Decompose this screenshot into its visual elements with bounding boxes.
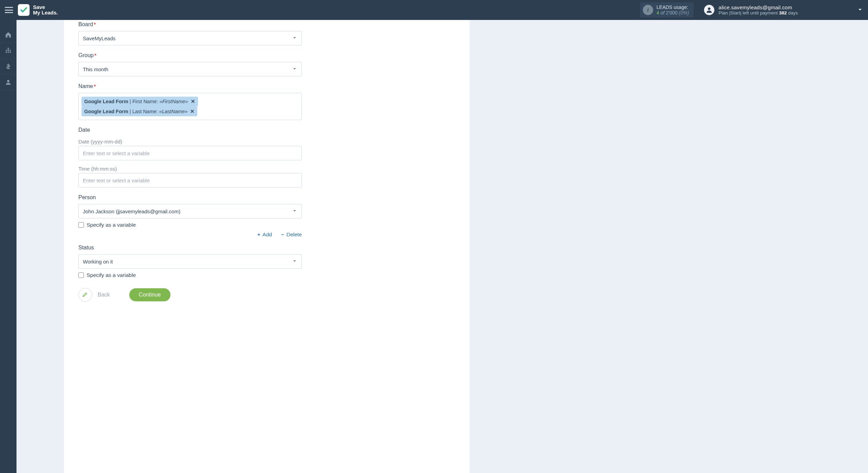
sidebar-item-home[interactable] <box>0 27 17 43</box>
person-specify-label: Specify as a variable <box>87 222 136 228</box>
svg-rect-1 <box>8 47 9 49</box>
add-button[interactable]: Add <box>256 232 272 238</box>
name-token-1[interactable]: Google Lead Form | Last Name: «LastName»… <box>81 107 197 117</box>
svg-rect-2 <box>6 52 7 53</box>
name-label: Name <box>78 83 93 89</box>
continue-button[interactable]: Continue <box>129 288 171 301</box>
board-value: SaveMyLeads <box>83 35 116 41</box>
brand-line2: My Leads. <box>33 10 58 16</box>
required-mark: * <box>94 52 96 58</box>
avatar-icon <box>704 5 714 15</box>
usage-box: i LEADS usage: 4 of 2'000 (0%) <box>640 2 694 18</box>
board-label: Board <box>78 21 93 27</box>
chevron-down-icon <box>292 66 297 73</box>
status-specify-row[interactable]: Specify as a variable <box>78 272 302 278</box>
person-specify-row[interactable]: Specify as a variable <box>78 222 302 228</box>
time-input[interactable] <box>78 173 302 187</box>
svg-point-0 <box>708 8 711 10</box>
status-value: Working on it <box>83 259 113 265</box>
svg-rect-4 <box>10 52 11 53</box>
group-value: This month <box>83 66 108 72</box>
token-remove-icon[interactable]: ✕ <box>191 99 195 104</box>
sidebar-item-connections[interactable] <box>0 43 17 58</box>
board-select[interactable]: SaveMyLeads <box>78 31 302 45</box>
status-label: Status <box>78 245 302 251</box>
brand-logo <box>18 4 30 16</box>
required-mark: * <box>94 83 96 89</box>
status-select[interactable]: Working on it <box>78 254 302 269</box>
hamburger-menu[interactable] <box>5 7 13 13</box>
time-sublabel: Time (hh:mm:ss) <box>78 166 302 172</box>
account-block[interactable]: alice.savemyleads@gmail.com Plan |Start|… <box>704 4 863 15</box>
date-label: Date <box>78 127 302 133</box>
svg-point-5 <box>7 80 10 82</box>
name-tokenbox[interactable]: Google Lead Form | First Name: «FirstNam… <box>78 93 302 120</box>
person-select[interactable]: John Jackson (jjsavemyleads@gmail.com) <box>78 204 302 218</box>
brand-line1: Save <box>33 4 58 10</box>
info-icon: i <box>643 5 653 15</box>
svg-rect-3 <box>8 52 9 53</box>
sidebar-item-account[interactable] <box>0 74 17 90</box>
sidebar-item-billing[interactable] <box>0 58 17 74</box>
date-sublabel: Date (yyyy-mm-dd) <box>78 139 302 144</box>
name-token-0[interactable]: Google Lead Form | First Name: «FirstNam… <box>81 97 198 107</box>
usage-value: 4 of 2'000 (0%) <box>657 10 689 15</box>
person-value: John Jackson (jjsavemyleads@gmail.com) <box>83 208 180 214</box>
person-label: Person <box>78 194 302 201</box>
chevron-down-icon <box>292 258 297 265</box>
back-label: Back <box>98 292 110 298</box>
sidebar <box>0 20 17 473</box>
account-plan: Plan |Start| left until payment 382 days <box>718 10 798 15</box>
date-input[interactable] <box>78 146 302 160</box>
delete-button[interactable]: Delete <box>280 232 302 238</box>
group-label: Group <box>78 52 94 58</box>
status-specify-checkbox[interactable] <box>78 272 84 278</box>
back-button[interactable] <box>78 288 92 302</box>
brand-text: Save My Leads. <box>33 4 58 16</box>
required-mark: * <box>94 21 96 27</box>
usage-label: LEADS usage: <box>657 4 689 10</box>
group-select[interactable]: This month <box>78 62 302 76</box>
token-remove-icon[interactable]: ✕ <box>190 109 195 114</box>
person-specify-checkbox[interactable] <box>78 222 84 228</box>
chevron-down-icon <box>292 35 297 42</box>
status-specify-label: Specify as a variable <box>87 272 136 278</box>
chevron-down-icon <box>292 208 297 215</box>
account-email: alice.savemyleads@gmail.com <box>718 4 798 10</box>
chevron-down-icon[interactable] <box>857 7 863 14</box>
